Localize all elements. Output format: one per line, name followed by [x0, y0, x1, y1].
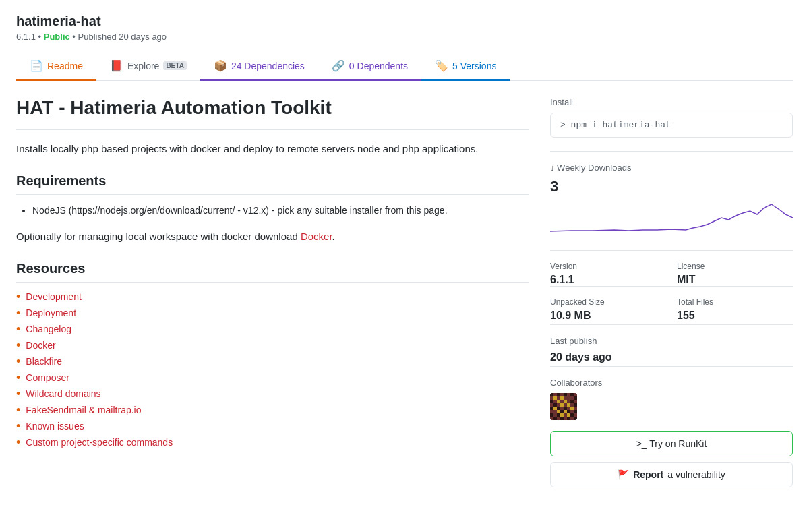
- svg-rect-14: [567, 396, 570, 400]
- list-item: Composer: [16, 372, 529, 384]
- install-box[interactable]: > npm i hatimeria-hat: [550, 113, 793, 138]
- svg-rect-7: [570, 393, 574, 396]
- svg-rect-40: [574, 407, 577, 410]
- docker-link[interactable]: Docker: [301, 231, 332, 242]
- tab-versions[interactable]: 🏷️ 5 Versions: [421, 53, 510, 81]
- last-publish-label: Last publish: [550, 336, 793, 346]
- svg-rect-26: [553, 403, 557, 407]
- svg-rect-30: [567, 403, 570, 407]
- resource-link-composer[interactable]: Composer: [26, 372, 69, 383]
- svg-rect-27: [557, 403, 560, 407]
- svg-rect-52: [560, 413, 564, 417]
- readme-title: HAT - Hatimeria Automation Toolkit: [16, 97, 529, 130]
- install-label: Install: [550, 97, 793, 107]
- svg-rect-48: [574, 410, 577, 413]
- svg-rect-50: [553, 413, 557, 417]
- svg-rect-1: [550, 393, 553, 396]
- svg-rect-38: [567, 407, 570, 410]
- resource-link-blackfire[interactable]: Blackfire: [26, 356, 62, 367]
- optionally-text: Optionally for managing local workspace …: [16, 229, 529, 245]
- sidebar: Install > npm i hatimeria-hat ↓ Weekly D…: [550, 97, 793, 487]
- resource-link-fakesendmail[interactable]: FakeSendmail & mailtrap.io: [26, 405, 141, 415]
- svg-rect-18: [553, 400, 557, 403]
- tab-dependents[interactable]: 🔗 0 Dependents: [318, 53, 421, 81]
- collaborator-avatar[interactable]: [550, 393, 577, 420]
- dependents-icon: 🔗: [332, 59, 345, 72]
- tab-explore[interactable]: 📕 Explore BETA: [96, 53, 200, 81]
- size-label: Unpacked Size: [550, 297, 666, 307]
- svg-rect-53: [564, 413, 567, 417]
- resource-link-deployment[interactable]: Deployment: [26, 307, 76, 318]
- svg-rect-44: [560, 410, 564, 413]
- svg-rect-36: [560, 407, 564, 410]
- deps-icon: 📦: [214, 59, 227, 72]
- svg-rect-55: [570, 413, 574, 417]
- tab-versions-label: 5 Versions: [452, 61, 496, 71]
- tab-readme[interactable]: 📄 Readme: [16, 53, 96, 81]
- resources-heading: Resources: [16, 261, 529, 283]
- svg-rect-11: [557, 396, 560, 400]
- svg-rect-23: [570, 400, 574, 403]
- svg-rect-41: [550, 410, 553, 413]
- requirements-heading: Requirements: [16, 173, 529, 195]
- svg-rect-46: [567, 410, 570, 413]
- package-header: hatimeria-hat 6.1.1 • Public • Published…: [16, 13, 793, 42]
- svg-rect-22: [567, 400, 570, 403]
- tab-dependencies[interactable]: 📦 24 Dependencies: [200, 53, 318, 81]
- resource-link-wildcard[interactable]: Wildcard domains: [26, 388, 100, 399]
- version-license-grid: Version 6.1.1 License MIT: [550, 250, 793, 286]
- weekly-downloads-count: 3: [550, 178, 793, 196]
- license-stat: License MIT: [677, 262, 793, 286]
- svg-rect-4: [560, 393, 564, 396]
- list-item: Development: [16, 291, 529, 303]
- svg-rect-13: [564, 396, 567, 400]
- svg-rect-20: [560, 400, 564, 403]
- content-area: HAT - Hatimeria Automation Toolkit Insta…: [16, 97, 529, 452]
- package-meta: 6.1.1 • Public • Published 20 days ago: [16, 32, 793, 42]
- runkit-button[interactable]: >_ Try on RunKit: [550, 431, 793, 456]
- weekly-downloads-label: ↓ Weekly Downloads: [550, 162, 793, 173]
- svg-rect-42: [553, 410, 557, 413]
- size-files-grid: Unpacked Size 10.9 MB Total Files 155: [550, 286, 793, 322]
- svg-rect-33: [550, 407, 553, 410]
- svg-rect-10: [553, 396, 557, 400]
- resource-link-docker[interactable]: Docker: [26, 340, 55, 351]
- downloads-chart: [550, 201, 793, 235]
- version-label: Version: [550, 262, 666, 271]
- list-item: Wildcard domains: [16, 388, 529, 400]
- install-command: > npm i hatimeria-hat: [560, 120, 671, 130]
- resource-link-changelog[interactable]: Changelog: [26, 324, 71, 334]
- license-value: MIT: [677, 274, 793, 286]
- resource-link-development[interactable]: Development: [26, 291, 82, 302]
- tab-readme-label: Readme: [47, 61, 83, 71]
- svg-rect-56: [574, 413, 577, 417]
- resource-link-known-issues[interactable]: Known issues: [26, 421, 84, 432]
- resource-list: Development Deployment Changelog Docker …: [16, 291, 529, 448]
- action-buttons: >_ Try on RunKit 🚩 Report a vulnerabilit…: [550, 431, 793, 487]
- version-value: 6.1.1: [550, 274, 666, 286]
- files-stat: Total Files 155: [677, 297, 793, 322]
- collaborators-section: Collaborators: [550, 366, 793, 420]
- svg-rect-32: [574, 403, 577, 407]
- report-vulnerability-button[interactable]: 🚩 Report a vulnerability: [550, 462, 793, 487]
- list-item: Custom project-specific commands: [16, 436, 529, 448]
- svg-rect-3: [557, 393, 560, 396]
- files-label: Total Files: [677, 297, 793, 307]
- tab-explore-label: Explore: [127, 61, 159, 71]
- collaborators-label: Collaborators: [550, 378, 793, 388]
- svg-rect-8: [574, 393, 577, 396]
- tab-dependencies-label: 24 Dependencies: [231, 61, 305, 71]
- svg-rect-12: [560, 396, 564, 400]
- resource-link-custom-commands[interactable]: Custom project-specific commands: [26, 437, 173, 448]
- svg-rect-58: [553, 417, 557, 420]
- main-layout: HAT - Hatimeria Automation Toolkit Insta…: [16, 97, 793, 487]
- svg-rect-54: [567, 413, 570, 417]
- report-label-rest: a vulnerability: [667, 469, 725, 480]
- svg-rect-25: [550, 403, 553, 407]
- requirement-item: NodeJS (https://nodejs.org/en/download/c…: [32, 203, 529, 218]
- files-value: 155: [677, 309, 793, 322]
- svg-rect-24: [574, 400, 577, 403]
- svg-rect-64: [574, 417, 577, 420]
- svg-rect-9: [550, 396, 553, 400]
- svg-rect-2: [553, 393, 557, 396]
